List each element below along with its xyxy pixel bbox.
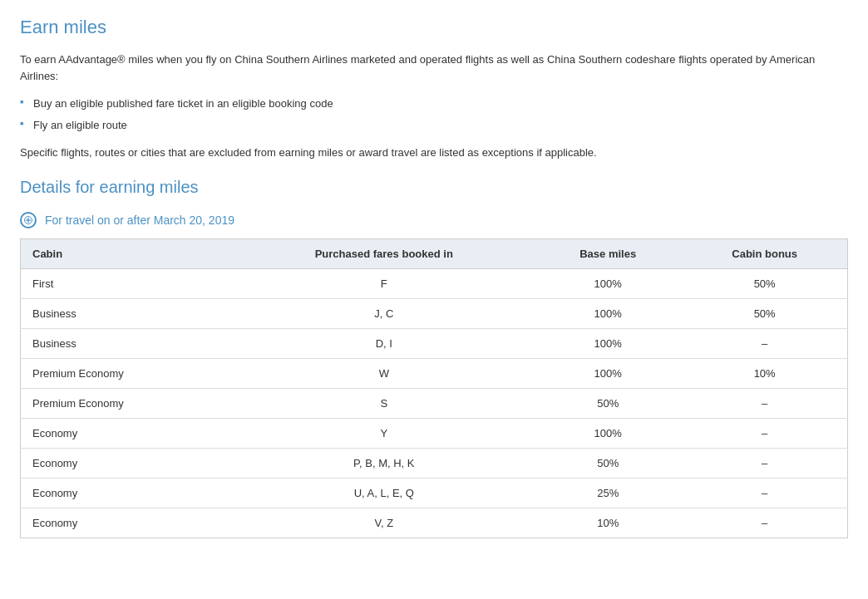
cell-fares: Y <box>234 418 534 448</box>
table-row: EconomyU, A, L, E, Q25%– <box>21 478 848 508</box>
cell-base-miles: 50% <box>534 388 682 418</box>
cell-cabin-bonus: – <box>682 418 847 448</box>
specific-text: Specific flights, routes or cities that … <box>20 145 848 161</box>
cell-fares: D, I <box>234 328 534 358</box>
travel-date-label: For travel on or after March 20, 2019 <box>45 214 234 227</box>
cell-base-miles: 100% <box>534 298 682 328</box>
cell-cabin: Economy <box>21 418 234 448</box>
cell-fares: V, Z <box>234 508 534 538</box>
cell-cabin-bonus: 50% <box>682 268 847 298</box>
cell-cabin: Economy <box>21 508 234 538</box>
cell-fares: J, C <box>234 298 534 328</box>
cell-cabin: Economy <box>21 448 234 478</box>
cell-cabin: Business <box>21 328 234 358</box>
table-row: BusinessJ, C100%50% <box>21 298 848 328</box>
bullet-list: Buy an eligible published fare ticket in… <box>20 96 848 133</box>
cell-cabin: Business <box>21 298 234 328</box>
table-row: BusinessD, I100%– <box>21 328 848 358</box>
cell-base-miles: 100% <box>534 418 682 448</box>
travel-date-toggle[interactable]: For travel on or after March 20, 2019 <box>20 212 848 228</box>
cell-fares: W <box>234 358 534 388</box>
col-header-fares: Purchased fares booked in <box>234 238 534 268</box>
toggle-icon <box>20 212 37 228</box>
page-title: Earn miles <box>20 17 848 38</box>
table-row: EconomyP, B, M, H, K50%– <box>21 448 848 478</box>
cell-cabin-bonus: 50% <box>682 298 847 328</box>
cell-base-miles: 10% <box>534 508 682 538</box>
cell-fares: P, B, M, H, K <box>234 448 534 478</box>
cell-base-miles: 25% <box>534 478 682 508</box>
col-header-cabin: Cabin <box>21 238 234 268</box>
col-header-base-miles: Base miles <box>534 238 682 268</box>
cell-cabin-bonus: 10% <box>682 358 847 388</box>
table-row: EconomyY100%– <box>21 418 848 448</box>
bullet-item-1: Buy an eligible published fare ticket in… <box>20 96 848 112</box>
cell-cabin: Premium Economy <box>21 358 234 388</box>
table-row: Premium EconomyW100%10% <box>21 358 848 388</box>
cell-cabin-bonus: – <box>682 388 847 418</box>
cell-fares: U, A, L, E, Q <box>234 478 534 508</box>
cell-cabin-bonus: – <box>682 328 847 358</box>
cell-fares: F <box>234 268 534 298</box>
miles-table: Cabin Purchased fares booked in Base mil… <box>20 238 848 538</box>
cell-base-miles: 100% <box>534 358 682 388</box>
cell-fares: S <box>234 388 534 418</box>
intro-text: To earn AAdvantage® miles when you fly o… <box>20 52 848 84</box>
cell-base-miles: 100% <box>534 268 682 298</box>
cell-cabin: Premium Economy <box>21 388 234 418</box>
cell-base-miles: 50% <box>534 448 682 478</box>
cell-cabin: Economy <box>21 478 234 508</box>
table-header-row: Cabin Purchased fares booked in Base mil… <box>21 238 848 268</box>
table-row: EconomyV, Z10%– <box>21 508 848 538</box>
col-header-cabin-bonus: Cabin bonus <box>682 238 847 268</box>
cell-base-miles: 100% <box>534 328 682 358</box>
cell-cabin-bonus: – <box>682 478 847 508</box>
table-row: Premium EconomyS50%– <box>21 388 848 418</box>
cell-cabin: First <box>21 268 234 298</box>
cell-cabin-bonus: – <box>682 448 847 478</box>
table-row: FirstF100%50% <box>21 268 848 298</box>
cell-cabin-bonus: – <box>682 508 847 538</box>
section-title: Details for earning miles <box>20 178 848 197</box>
bullet-item-2: Fly an eligible route <box>20 117 848 134</box>
